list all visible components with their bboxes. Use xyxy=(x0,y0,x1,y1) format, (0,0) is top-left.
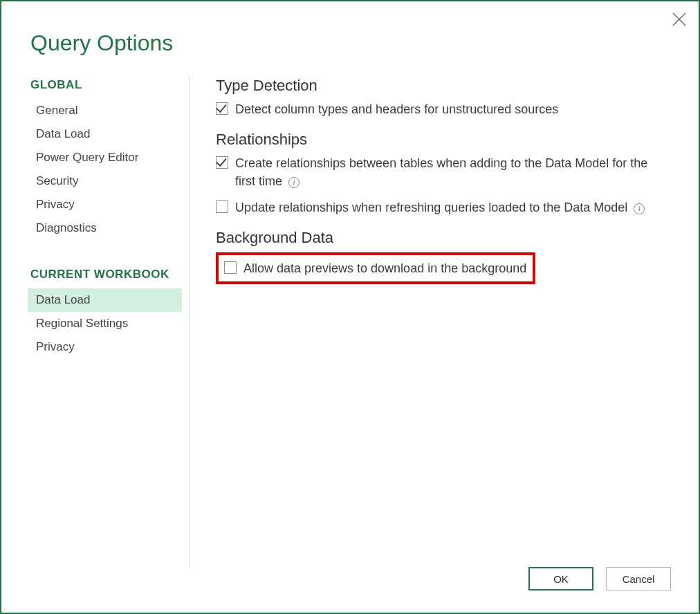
sidebar-header-workbook: CURRENT WORKBOOK xyxy=(30,268,182,281)
option-allow-background-previews[interactable]: Allow data previews to download in the b… xyxy=(224,259,527,277)
group-title-relationships: Relationships xyxy=(216,131,671,149)
checkbox-detect-column-types[interactable] xyxy=(216,102,228,115)
option-create-relationships[interactable]: Create relationships between tables when… xyxy=(216,154,671,190)
checkbox-create-relationships[interactable] xyxy=(216,156,228,169)
dialog-title: Query Options xyxy=(1,1,699,56)
sidebar-item-global-data-load[interactable]: Data Load xyxy=(28,122,182,146)
close-icon xyxy=(671,11,688,28)
sidebar-item-diagnostics[interactable]: Diagnostics xyxy=(28,216,182,240)
dialog-footer: OK Cancel xyxy=(1,567,699,613)
sidebar-item-general[interactable]: General xyxy=(28,99,182,122)
sidebar-item-workbook-privacy[interactable]: Privacy xyxy=(28,335,182,359)
checkbox-update-relationships[interactable] xyxy=(216,201,228,213)
dialog-body: GLOBAL General Data Load Power Query Edi… xyxy=(1,56,699,567)
highlighted-option: Allow data previews to download in the b… xyxy=(216,252,535,284)
option-label: Detect column types and headers for unst… xyxy=(235,100,671,118)
option-label: Allow data previews to download in the b… xyxy=(243,259,527,277)
sidebar: GLOBAL General Data Load Power Query Edi… xyxy=(30,75,190,567)
content-pane: Type Detection Detect column types and h… xyxy=(190,75,671,567)
sidebar-item-regional-settings[interactable]: Regional Settings xyxy=(28,312,182,335)
ok-button[interactable]: OK xyxy=(528,567,593,590)
info-icon[interactable]: i xyxy=(634,203,645,214)
sidebar-item-power-query-editor[interactable]: Power Query Editor xyxy=(28,146,182,169)
sidebar-item-security[interactable]: Security xyxy=(28,169,182,193)
cancel-button[interactable]: Cancel xyxy=(606,567,671,590)
sidebar-item-workbook-data-load[interactable]: Data Load xyxy=(28,288,182,312)
sidebar-header-global: GLOBAL xyxy=(30,78,182,92)
info-icon[interactable]: i xyxy=(288,177,300,188)
option-label: Update relationships when refreshing que… xyxy=(235,198,671,216)
group-title-background-data: Background Data xyxy=(216,229,671,247)
sidebar-item-global-privacy[interactable]: Privacy xyxy=(28,193,182,216)
checkbox-allow-background-previews[interactable] xyxy=(224,261,237,274)
group-title-type-detection: Type Detection xyxy=(216,77,671,95)
option-detect-column-types[interactable]: Detect column types and headers for unst… xyxy=(216,100,671,118)
option-update-relationships[interactable]: Update relationships when refreshing que… xyxy=(216,198,671,216)
option-label: Create relationships between tables when… xyxy=(235,154,671,190)
option-text: Update relationships when refreshing que… xyxy=(235,201,627,214)
close-button[interactable] xyxy=(671,11,688,28)
query-options-dialog: Query Options GLOBAL General Data Load P… xyxy=(0,0,700,614)
